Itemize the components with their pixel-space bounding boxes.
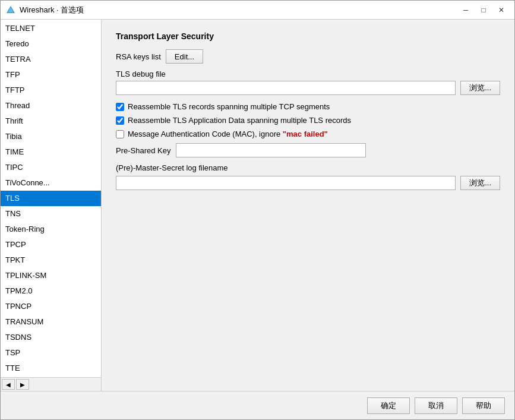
browse-button-1[interactable]: 浏览... <box>460 81 500 95</box>
browse-button-2[interactable]: 浏览... <box>460 176 500 190</box>
main-window: Wireshark · 首选项 ─ □ ✕ TeamSpeakTECMPTELN… <box>0 0 515 420</box>
pre-shared-key-input[interactable] <box>176 143 366 157</box>
sidebar-item[interactable]: TFTP <box>1 83 101 98</box>
titlebar-controls: ─ □ ✕ <box>457 4 510 17</box>
sidebar-item[interactable]: TPM2.0 <box>1 283 101 299</box>
content-area: TeamSpeakTECMPTELNETTeredoTETRATFPTFTPTh… <box>1 20 514 391</box>
sidebar-item[interactable]: Tibia <box>1 129 101 144</box>
sidebar-item[interactable]: TETRA <box>1 52 101 67</box>
sidebar-item[interactable]: TIPC <box>1 160 101 175</box>
sidebar-item[interactable]: Thrift <box>1 113 101 129</box>
sidebar-item[interactable]: TIME <box>1 144 101 160</box>
help-button[interactable]: 帮助 <box>462 397 505 414</box>
tls-debug-section: TLS debug file 浏览... <box>116 70 500 95</box>
sidebar-item[interactable]: Token-Ring <box>1 222 101 237</box>
sidebar: TeamSpeakTECMPTELNETTeredoTETRATFPTFTPTh… <box>1 20 101 377</box>
checkbox2-label[interactable]: Reassemble TLS Application Data spanning… <box>128 116 351 125</box>
maximize-button[interactable]: □ <box>475 4 492 17</box>
pms-section: (Pre)-Master-Secret log filename 浏览... <box>116 163 500 190</box>
mac-failed-text: "mac failed" <box>283 130 328 138</box>
rsa-keys-label: RSA keys list <box>116 52 161 61</box>
reassemble-tls-records-checkbox[interactable] <box>116 103 124 111</box>
main-panel: Transport Layer Security RSA keys list E… <box>102 20 514 391</box>
sidebar-item[interactable]: TNS <box>1 206 101 222</box>
sidebar-item[interactable]: Thread <box>1 98 101 113</box>
titlebar-left: Wireshark · 首选项 <box>5 5 84 15</box>
sidebar-item[interactable]: TPNCP <box>1 299 101 314</box>
nav-right-button[interactable]: ▶ <box>16 379 29 390</box>
rsa-keys-row: RSA keys list Edit... <box>116 49 500 64</box>
bottom-bar: 确定 取消 帮助 <box>1 391 514 419</box>
cancel-button[interactable]: 取消 <box>415 397 457 414</box>
window-title: Wireshark · 首选项 <box>20 5 84 15</box>
sidebar-item[interactable]: TiVoConne... <box>1 175 101 191</box>
titlebar: Wireshark · 首选项 ─ □ ✕ <box>1 1 514 20</box>
pre-shared-key-label: Pre-Shared Key <box>116 146 171 155</box>
edit-button[interactable]: Edit... <box>166 49 203 64</box>
pms-log-input[interactable] <box>116 176 456 190</box>
checkbox1-row: Reassemble TLS records spanning multiple… <box>116 102 500 111</box>
close-button[interactable]: ✕ <box>493 4 510 17</box>
pms-log-label: (Pre)-Master-Secret log filename <box>116 163 500 172</box>
minimize-button[interactable]: ─ <box>457 4 474 17</box>
nav-arrows: ◀ ▶ <box>1 377 101 391</box>
sidebar-item[interactable]: TTE <box>1 361 101 376</box>
sidebar-item[interactable]: TSDNS <box>1 330 101 345</box>
sidebar-item[interactable]: TSP <box>1 345 101 361</box>
tls-debug-input[interactable] <box>116 81 456 95</box>
mac-ignore-checkbox[interactable] <box>116 130 124 138</box>
tls-debug-label: TLS debug file <box>116 70 166 78</box>
checkbox3-row: Message Authentication Code (MAC), ignor… <box>116 130 500 138</box>
sidebar-item[interactable]: TFP <box>1 67 101 83</box>
tls-debug-input-row: 浏览... <box>116 81 500 95</box>
sidebar-item[interactable]: TLS <box>1 191 101 206</box>
nav-left-button[interactable]: ◀ <box>2 379 15 390</box>
ok-button[interactable]: 确定 <box>367 397 410 414</box>
checkbox3-label: Message Authentication Code (MAC), ignor… <box>128 130 328 138</box>
reassemble-tls-appdata-checkbox[interactable] <box>116 116 124 125</box>
checkbox2-row: Reassemble TLS Application Data spanning… <box>116 116 500 125</box>
sidebar-item[interactable]: Teredo <box>1 36 101 52</box>
app-icon <box>5 5 16 15</box>
sidebar-wrapper: TeamSpeakTECMPTELNETTeredoTETRATFPTFTPTh… <box>1 20 102 391</box>
section-title: Transport Layer Security <box>116 31 500 41</box>
pre-shared-key-row: Pre-Shared Key <box>116 143 500 157</box>
sidebar-item[interactable]: TPKT <box>1 252 101 268</box>
checkbox1-label[interactable]: Reassemble TLS records spanning multiple… <box>128 102 330 111</box>
sidebar-item[interactable]: TRANSUM <box>1 314 101 330</box>
sidebar-item[interactable]: TELNET <box>1 21 101 36</box>
sidebar-item[interactable]: TPCP <box>1 237 101 252</box>
pms-input-row: 浏览... <box>116 176 500 190</box>
sidebar-item[interactable]: TPLINK-SM <box>1 268 101 283</box>
